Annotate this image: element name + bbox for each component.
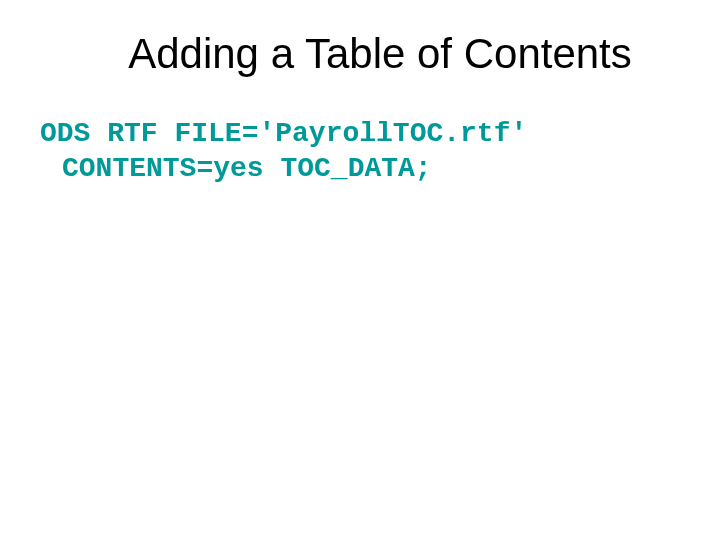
code-line-1: ODS RTF FILE='PayrollTOC.rtf' xyxy=(40,118,527,149)
code-block: ODS RTF FILE='PayrollTOC.rtf' CONTENTS=y… xyxy=(40,116,680,186)
slide-container: Adding a Table of Contents ODS RTF FILE=… xyxy=(0,0,720,540)
code-line-2: CONTENTS=yes TOC_DATA; xyxy=(62,153,432,184)
slide-title: Adding a Table of Contents xyxy=(80,30,680,78)
